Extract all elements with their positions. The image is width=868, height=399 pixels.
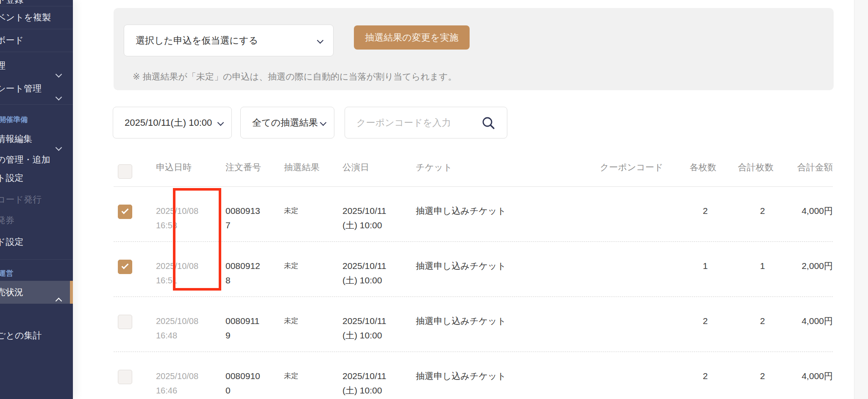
row-checkbox[interactable] bbox=[118, 315, 132, 329]
header-lottery-result: 抽選結果 bbox=[284, 157, 342, 178]
applied-time: 16:46 bbox=[156, 383, 225, 398]
row-checkbox-cell bbox=[114, 314, 156, 329]
main-content: 選択した申込を仮当選にする 抽選結果の変更を実施 ※ 抽選結果が「未定」の申込は… bbox=[73, 0, 854, 399]
lottery-applications-table: 申込日時 注文番号 抽選結果 公演日 チケット クーポンコード 各枚数 合計枚数… bbox=[114, 157, 833, 399]
search-icon[interactable] bbox=[481, 116, 496, 130]
row-checkbox[interactable] bbox=[118, 260, 132, 274]
cell-order-no: 00809119 bbox=[225, 314, 284, 343]
lottery-result-filter-value: 全ての抽選結果 bbox=[241, 116, 318, 129]
table-body: 2025/10/0816:5300809137未定2025/10/11(土) 1… bbox=[114, 187, 833, 399]
sidebar-item-label: ト設定 bbox=[0, 166, 24, 189]
cell-lottery-result: 未定 bbox=[284, 314, 342, 328]
cell-order-no: 00809128 bbox=[225, 259, 284, 288]
chevron-down-icon bbox=[56, 85, 61, 108]
select-all-checkbox[interactable] bbox=[118, 164, 132, 179]
sidebar-item-label: コード発行 bbox=[0, 188, 42, 211]
sidebar-item[interactable]: 情報編集 bbox=[0, 127, 73, 150]
sidebar-item[interactable]: ベントを複製 bbox=[0, 6, 73, 29]
cell-lottery-result: 未定 bbox=[284, 204, 342, 218]
performance-filter-value: 2025/10/11(土) 10:00 bbox=[113, 116, 212, 129]
performance-time: (土) 10:00 bbox=[342, 328, 416, 343]
header-performance-date: 公演日 bbox=[342, 157, 416, 178]
applied-date: 2025/10/08 bbox=[156, 259, 225, 273]
sidebar-item-label: 情報編集 bbox=[0, 127, 32, 150]
cell-qty-each: 2 bbox=[663, 369, 716, 383]
sidebar-section-label: 開催準備 bbox=[0, 115, 73, 125]
lottery-result: 未定 bbox=[284, 317, 298, 325]
sidebar-item[interactable]: ト設定 bbox=[0, 166, 73, 189]
cell-performance-date: 2025/10/11(土) 10:00 bbox=[342, 259, 416, 288]
cell-order-no: 00809100 bbox=[225, 369, 284, 398]
sidebar-item-label: ボード bbox=[0, 29, 24, 52]
sidebar-divider bbox=[0, 52, 73, 52]
check-icon bbox=[122, 207, 129, 214]
table-row: 2025/10/0816:5300809137未定2025/10/11(土) 1… bbox=[114, 187, 833, 242]
applied-date: 2025/10/08 bbox=[156, 369, 225, 383]
header-qty-each: 各枚数 bbox=[663, 157, 716, 178]
check-icon bbox=[122, 262, 129, 269]
cell-qty-total: 1 bbox=[716, 259, 773, 273]
lottery-result: 未定 bbox=[284, 372, 298, 380]
qty-total: 2 bbox=[760, 316, 765, 326]
cell-applied-at: 2025/10/0816:51 bbox=[156, 259, 225, 288]
order-no: 00809100 bbox=[225, 369, 263, 398]
qty-each: 2 bbox=[703, 316, 708, 326]
bulk-action-select-value: 選択した申込を仮当選にする bbox=[124, 34, 258, 47]
total-amount: 4,000円 bbox=[801, 206, 833, 216]
sidebar-item-label: シート管理 bbox=[0, 77, 42, 100]
performance-date: 2025/10/11 bbox=[342, 369, 416, 383]
table-row: 2025/10/0816:4800809119未定2025/10/11(土) 1… bbox=[114, 297, 833, 352]
row-checkbox[interactable] bbox=[118, 205, 132, 219]
sidebar-item[interactable]: 理 bbox=[0, 54, 73, 77]
performance-date: 2025/10/11 bbox=[342, 204, 416, 218]
cell-lottery-result: 未定 bbox=[284, 259, 342, 273]
cell-lottery-result: 未定 bbox=[284, 369, 342, 383]
sidebar-item-label: 理 bbox=[0, 54, 6, 77]
sidebar-item-label: 運営 bbox=[0, 269, 13, 279]
row-checkbox-cell bbox=[114, 369, 156, 384]
chevron-up-icon bbox=[56, 289, 61, 312]
table-row: 2025/10/0816:4600809100未定2025/10/11(土) 1… bbox=[114, 352, 833, 399]
sidebar-item-label: ベントを複製 bbox=[0, 6, 51, 29]
sidebar-item-label: ド設定 bbox=[0, 230, 24, 253]
sidebar-item[interactable]: 発券 bbox=[0, 209, 73, 232]
sidebar-item[interactable]: コード発行 bbox=[0, 188, 73, 211]
row-checkbox[interactable] bbox=[118, 370, 132, 384]
ticket-name: 抽選申し込みチケット bbox=[416, 261, 506, 271]
chevron-down-icon bbox=[318, 37, 323, 44]
applied-time: 16:51 bbox=[156, 273, 225, 288]
qty-total: 2 bbox=[760, 371, 765, 381]
cell-total-amount: 4,000円 bbox=[773, 204, 833, 218]
chevron-down-icon bbox=[218, 119, 223, 127]
row-checkbox-cell bbox=[114, 204, 156, 219]
qty-each: 1 bbox=[703, 261, 708, 271]
bulk-action-select[interactable]: 選択した申込を仮当選にする bbox=[124, 25, 334, 56]
sidebar-divider bbox=[0, 104, 73, 105]
performance-date: 2025/10/11 bbox=[342, 259, 416, 273]
header-coupon-code: クーポンコード bbox=[595, 157, 663, 178]
sidebar-item[interactable]: ド設定 bbox=[0, 230, 73, 253]
cell-qty-each: 2 bbox=[663, 204, 716, 218]
performance-filter-select[interactable]: 2025/10/11(土) 10:00 bbox=[113, 107, 232, 139]
sidebar-item[interactable]: ボード bbox=[0, 29, 73, 52]
execute-lottery-change-button[interactable]: 抽選結果の変更を実施 bbox=[354, 25, 470, 50]
lottery-result-filter-select[interactable]: 全ての抽選結果 bbox=[240, 107, 334, 139]
cell-ticket: 抽選申し込みチケット bbox=[416, 369, 595, 383]
header-ticket: チケット bbox=[416, 157, 595, 178]
sidebar-item[interactable]: 売状況 bbox=[0, 281, 73, 304]
sidebar-item[interactable]: ごとの集計 bbox=[0, 324, 73, 347]
header-qty-total: 合計枚数 bbox=[716, 157, 773, 178]
total-amount: 2,000円 bbox=[801, 261, 833, 271]
cell-ticket: 抽選申し込みチケット bbox=[416, 259, 595, 273]
lottery-note: ※ 抽選結果が「未定」の申込は、抽選の際に自動的に当落が割り当てられます。 bbox=[133, 71, 457, 83]
sidebar-item-label: 開催準備 bbox=[0, 115, 28, 125]
sidebar-item-label: 発券 bbox=[0, 209, 14, 232]
performance-time: (土) 10:00 bbox=[342, 383, 416, 398]
execute-lottery-change-label: 抽選結果の変更を実施 bbox=[365, 31, 459, 44]
cell-applied-at: 2025/10/0816:46 bbox=[156, 369, 225, 398]
page: ト登録ベントを複製ボード理シート管理開催準備情報編集の管理・追加ト設定コード発行… bbox=[0, 0, 868, 399]
scrollbar-gutter[interactable] bbox=[854, 0, 868, 399]
header-order-no: 注文番号 bbox=[225, 157, 284, 178]
order-no: 00809137 bbox=[225, 204, 263, 233]
sidebar-item[interactable]: シート管理 bbox=[0, 77, 73, 100]
